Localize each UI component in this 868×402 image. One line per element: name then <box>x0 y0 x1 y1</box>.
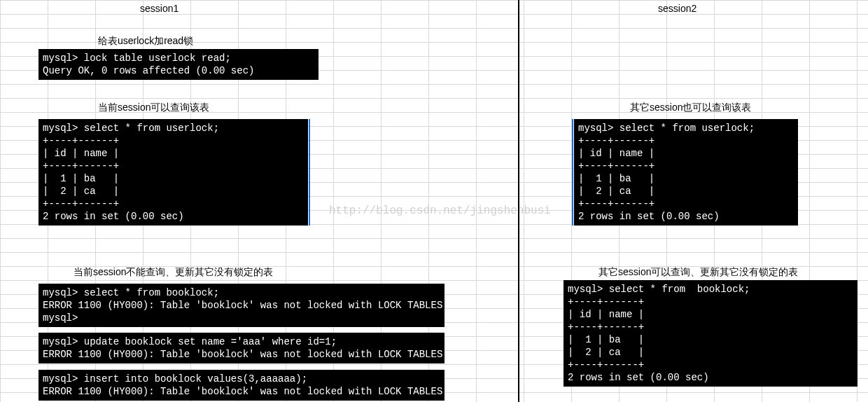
label-s1-lock: 给表userlock加read锁 <box>98 35 193 48</box>
terminal-s1-select: mysql> select * from userlock; +----+---… <box>38 119 308 226</box>
header-session2: session2 <box>658 3 696 14</box>
label-s2-other: 其它session可以查询、更新其它没有锁定的表 <box>598 266 798 279</box>
terminal-s1-select-error: mysql> select * from booklock; ERROR 110… <box>38 284 444 327</box>
label-s1-other: 当前session不能查询、更新其它没有锁定的表 <box>74 266 273 279</box>
column-divider <box>518 0 519 402</box>
terminal-s2-select: mysql> select * from userlock; +----+---… <box>574 119 798 226</box>
label-s1-query: 当前session可以查询该表 <box>98 102 209 114</box>
terminal-s1-update-error: mysql> update booklock set name ='aaa' w… <box>38 333 444 363</box>
terminal-s2-booklock: mysql> select * from booklock; +----+---… <box>564 280 858 387</box>
terminal-s1-lock: mysql> lock table userlock read; Query O… <box>38 49 318 80</box>
terminal-s1-insert-error: mysql> insert into booklock values(3,aaa… <box>38 370 444 401</box>
header-session1: session1 <box>140 3 178 14</box>
label-s2-query: 其它session也可以查询该表 <box>630 102 751 114</box>
